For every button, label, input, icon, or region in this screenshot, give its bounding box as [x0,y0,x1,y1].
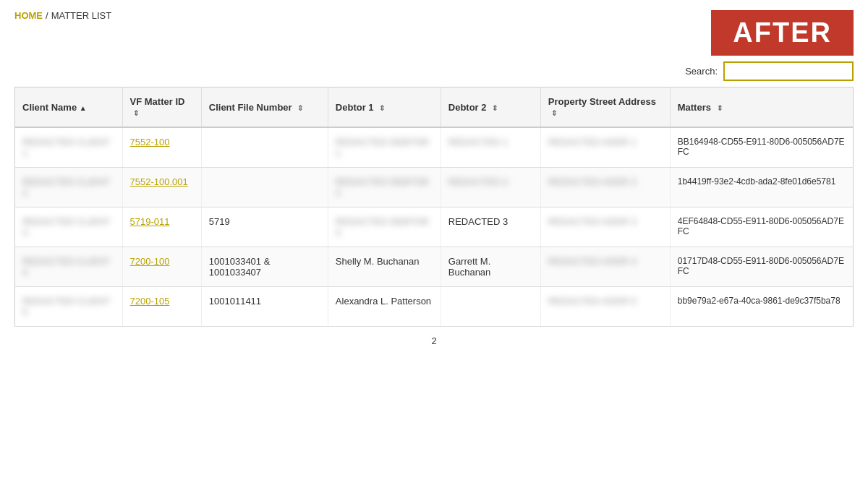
home-link[interactable]: HOME [14,10,43,21]
cell-matters: 4EF64848-CD55-E911-80D6-005056AD7EFC [670,207,853,247]
cell-vf-matter-id: 7552-100 [122,127,201,168]
cell-client-name: REDACTED CLIENT 4 [15,247,123,287]
cell-client-file-number [201,127,328,168]
col-matters[interactable]: Matters ⇕ [670,87,853,128]
cell-client-file-number [201,168,328,207]
cell-debtor2 [441,287,540,327]
header-right: AFTER [711,10,854,56]
cell-debtor1: Shelly M. Buchanan [328,247,441,287]
address-value: REDACTED ADDR 5 [548,296,637,307]
col-debtor1[interactable]: Debtor 1 ⇕ [328,87,441,128]
cell-debtor1: Alexandra L. Patterson [328,287,441,327]
cell-client-name: REDACTED CLIENT 2 [15,168,123,207]
client-name-value: REDACTED CLIENT 4 [22,256,110,278]
matter-id-link[interactable]: 5719-011 [130,216,170,227]
cell-matters: 1b4419ff-93e2-4cdb-ada2-8fe01d6e5781 [670,168,853,207]
search-label: Search: [685,66,718,77]
matter-id-link[interactable]: 7552-100 [130,137,170,147]
debtor2-value: REDACTED 1 [448,137,508,147]
client-name-value: REDACTED CLIENT 1 [22,137,110,158]
table-container: Client Name ▲ VF Matter ID ⇕ Client File… [0,87,868,369]
client-name-value: REDACTED CLIENT 2 [22,176,110,198]
cell-debtor2: Garrett M. Buchanan [441,247,540,287]
page-number: 2 [431,335,436,346]
client-name-value: REDACTED CLIENT 5 [22,296,110,317]
sort-up-icon: ▲ [80,104,87,112]
cell-vf-matter-id: 7552-100.001 [122,168,201,207]
debtor1-value: REDACTED DEBTOR 2 [336,176,429,198]
cell-debtor2: REDACTED 2 [441,168,540,207]
cell-client-name: REDACTED CLIENT 1 [15,127,123,168]
matter-table: Client Name ▲ VF Matter ID ⇕ Client File… [14,87,854,327]
debtor1-value: REDACTED DEBTOR 1 [336,137,429,158]
sort-icon-matters: ⇕ [717,104,723,112]
sort-icon-vf: ⇕ [133,109,139,117]
table-row: REDACTED CLIENT 47200-1001001033401 & 10… [15,247,854,287]
cell-debtor1: REDACTED DEBTOR 3 [328,207,441,247]
col-property-address[interactable]: Property Street Address ⇕ [540,87,670,128]
sort-icon-addr: ⇕ [551,109,557,117]
cell-debtor1: REDACTED DEBTOR 2 [328,168,441,207]
debtor1-value: REDACTED DEBTOR 3 [336,216,429,238]
col-vf-matter-id[interactable]: VF Matter ID ⇕ [122,87,201,128]
cell-client-file-number: 1001011411 [201,287,328,327]
breadcrumb-separator: / [46,10,48,21]
address-value: REDACTED ADDR 3 [548,216,637,227]
col-client-file-number[interactable]: Client File Number ⇕ [201,87,328,128]
cell-property-address: REDACTED ADDR 1 [540,127,670,168]
col-client-name[interactable]: Client Name ▲ [15,87,123,128]
cell-client-name: REDACTED CLIENT 3 [15,207,123,247]
col-debtor2[interactable]: Debtor 2 ⇕ [441,87,540,128]
cell-matters: 01717D48-CD55-E911-80D6-005056AD7EFC [670,247,853,287]
after-badge: AFTER [711,10,854,56]
breadcrumb-current: MATTER LIST [51,10,112,21]
cell-vf-matter-id: 7200-100 [122,247,201,287]
address-value: REDACTED ADDR 2 [548,176,637,187]
cell-vf-matter-id: 5719-011 [122,207,201,247]
cell-property-address: REDACTED ADDR 4 [540,247,670,287]
breadcrumb: HOME / MATTER LIST [14,10,111,21]
address-value: REDACTED ADDR 4 [548,256,637,267]
cell-client-file-number: 1001033401 & 1001033407 [201,247,328,287]
table-row: REDACTED CLIENT 17552-100REDACTED DEBTOR… [15,127,854,168]
cell-client-file-number: 5719 [201,207,328,247]
pagination: 2 [14,327,854,355]
cell-matters: bb9e79a2-e67a-40ca-9861-de9c37f5ba78 [670,287,853,327]
matter-id-link[interactable]: 7552-100.001 [130,176,188,187]
cell-debtor2: REDACTED 1 [441,127,540,168]
address-value: REDACTED ADDR 1 [548,137,637,147]
cell-property-address: REDACTED ADDR 3 [540,207,670,247]
cell-property-address: REDACTED ADDR 2 [540,168,670,207]
debtor2-value: REDACTED 2 [448,176,508,187]
cell-debtor2: REDACTED 3 [441,207,540,247]
matter-id-link[interactable]: 7200-105 [130,296,170,307]
client-name-value: REDACTED CLIENT 3 [22,216,110,238]
table-header: Client Name ▲ VF Matter ID ⇕ Client File… [15,87,854,128]
cell-property-address: REDACTED ADDR 5 [540,287,670,327]
sort-icon-d1: ⇕ [379,104,385,112]
table-row: REDACTED CLIENT 35719-0115719REDACTED DE… [15,207,854,247]
sort-icon-d2: ⇕ [492,104,498,112]
cell-vf-matter-id: 7200-105 [122,287,201,327]
sort-icon-cfn: ⇕ [297,104,303,112]
search-area: Search: [0,56,868,87]
table-body: REDACTED CLIENT 17552-100REDACTED DEBTOR… [15,127,854,327]
search-input[interactable] [723,61,854,81]
top-bar: HOME / MATTER LIST AFTER [0,0,868,56]
table-row: REDACTED CLIENT 27552-100.001REDACTED DE… [15,168,854,207]
cell-matters: BB164948-CD55-E911-80D6-005056AD7EFC [670,127,853,168]
matter-id-link[interactable]: 7200-100 [130,256,170,267]
cell-debtor1: REDACTED DEBTOR 1 [328,127,441,168]
cell-client-name: REDACTED CLIENT 5 [15,287,123,327]
table-row: REDACTED CLIENT 57200-1051001011411Alexa… [15,287,854,327]
